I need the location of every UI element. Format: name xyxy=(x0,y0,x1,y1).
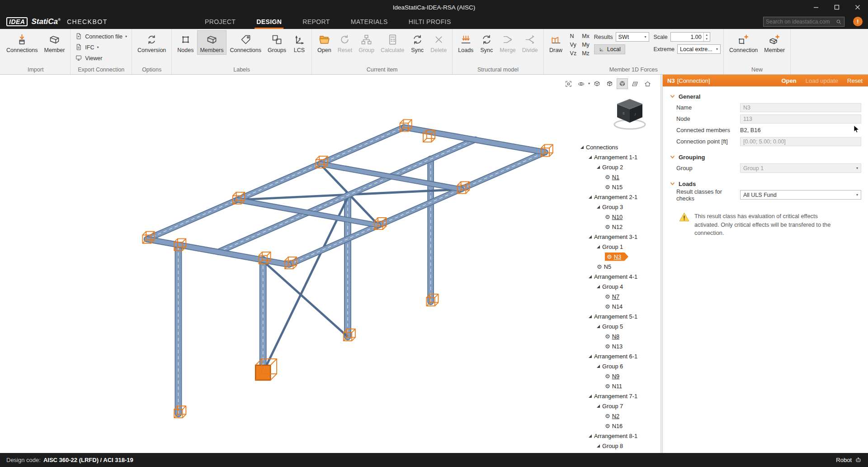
scale-input[interactable]: 1.00▲▼ xyxy=(670,32,710,42)
nav-tab-hilti-profis[interactable]: HILTI PROFIS xyxy=(409,14,451,29)
section-header-loads[interactable]: Loads xyxy=(663,178,868,189)
tree-item-arrangement-7-1[interactable]: Arrangement 7-1 xyxy=(579,391,660,401)
extreme-select[interactable]: Local extre...▾ xyxy=(677,44,721,54)
tree-item-n10[interactable]: ⚙N10 xyxy=(579,212,660,222)
tree-item-n3[interactable]: ⚙N3 xyxy=(579,252,660,262)
expander-icon[interactable] xyxy=(597,365,600,368)
tree-item-n14[interactable]: ⚙N14 xyxy=(579,301,660,311)
tree-item-n16[interactable]: ⚙N16 xyxy=(579,421,660,431)
ribbon-button-member[interactable]: Member xyxy=(42,30,68,55)
tree-item-group-3[interactable]: Group 3 xyxy=(579,202,660,212)
local-toggle[interactable]: Local xyxy=(594,44,625,54)
tree-item-group-2[interactable]: Group 2 xyxy=(579,162,660,172)
expander-icon[interactable] xyxy=(589,195,592,199)
ribbon-button-member[interactable]: Member xyxy=(761,30,788,55)
expander-icon[interactable] xyxy=(597,285,600,288)
nav-tab-design[interactable]: DESIGN xyxy=(256,14,282,29)
navigation-cube[interactable]: S J xyxy=(612,96,651,133)
ribbon-menuitem-connection-file[interactable]: Connection file▾ xyxy=(73,31,129,42)
nav-tab-materials[interactable]: MATERIALS xyxy=(351,14,388,29)
solid-view-button[interactable] xyxy=(617,78,628,89)
force-toggle-vz[interactable]: Vz xyxy=(570,50,577,57)
expander-icon[interactable] xyxy=(589,355,592,358)
tree-item-n15[interactable]: ⚙N15 xyxy=(579,182,660,192)
expander-icon[interactable] xyxy=(589,395,592,398)
expander-icon[interactable] xyxy=(597,405,600,408)
home-view-button[interactable] xyxy=(642,78,653,89)
nav-tab-project[interactable]: PROJECT xyxy=(205,14,236,29)
model-3d-view[interactable] xyxy=(0,75,660,453)
result-classes-for-checks-select[interactable]: All ULS Fund▾ xyxy=(740,190,861,200)
tree-item-arrangement-4-1[interactable]: Arrangement 4-1 xyxy=(579,272,660,281)
expander-icon[interactable] xyxy=(589,434,592,438)
tree-item-n12[interactable]: ⚙N12 xyxy=(579,222,660,232)
tree-item-n2[interactable]: ⚙N2 xyxy=(579,411,660,421)
ribbon-button-connection[interactable]: Connection xyxy=(726,30,760,55)
results-select[interactable]: SWt▾ xyxy=(616,32,649,42)
open-button[interactable]: Open xyxy=(782,77,797,84)
expander-icon[interactable] xyxy=(597,444,600,448)
section-header-general[interactable]: General xyxy=(663,91,868,102)
ribbon-button-lcs[interactable]: LCS xyxy=(290,30,309,55)
tree-item-group-7[interactable]: Group 7 xyxy=(579,401,660,411)
tree-item-arrangement-8-1[interactable]: Arrangement 8-1 xyxy=(579,431,660,441)
ribbon-menuitem-ifc[interactable]: IFC▾ xyxy=(73,42,129,53)
tree-item-group-5[interactable]: Group 5 xyxy=(579,321,660,331)
ribbon-button-groups[interactable]: Groups xyxy=(265,30,289,55)
info-button[interactable]: ! xyxy=(853,17,863,26)
tree-item-group-4[interactable]: Group 4 xyxy=(579,281,660,291)
force-toggle-mx[interactable]: Mx xyxy=(582,33,590,39)
nav-tab-report[interactable]: REPORT xyxy=(302,14,330,29)
model-viewport[interactable]: ▾ S J ConnectionsArrangement 1-1Group 2⚙… xyxy=(0,75,660,453)
expander-icon[interactable] xyxy=(580,146,584,149)
reset-button[interactable]: Reset xyxy=(847,77,863,84)
ribbon-button-open[interactable]: Open xyxy=(315,30,334,55)
search-input[interactable] xyxy=(766,19,836,25)
scale-spin-up[interactable]: ▲ xyxy=(704,33,710,37)
force-toggle-mz[interactable]: Mz xyxy=(582,50,590,57)
axon-view-2-button[interactable] xyxy=(604,78,615,89)
tree-item-n7[interactable]: ⚙N7 xyxy=(579,291,660,301)
orbit-button[interactable] xyxy=(576,78,587,89)
ribbon-button-loads[interactable]: Loads xyxy=(455,30,476,55)
ribbon-menuitem-viewer[interactable]: Viewer xyxy=(73,53,129,64)
chevron-down-icon[interactable]: ▾ xyxy=(588,82,590,86)
ribbon-button-members[interactable]: Members xyxy=(197,30,226,55)
tree-item-n5[interactable]: ⚙N5 xyxy=(579,262,660,272)
ribbon-button-connections[interactable]: Connections xyxy=(227,30,264,55)
section-header-grouping[interactable]: Grouping xyxy=(663,152,868,162)
search-icon[interactable] xyxy=(836,19,842,25)
scale-spin-down[interactable]: ▼ xyxy=(704,37,710,42)
tree-item-arrangement-1-1[interactable]: Arrangement 1-1 xyxy=(579,152,660,162)
expander-icon[interactable] xyxy=(589,156,592,159)
tree-item-arrangement-6-1[interactable]: Arrangement 6-1 xyxy=(579,351,660,361)
tree-item-group-6[interactable]: Group 6 xyxy=(579,361,660,371)
tree-item-n8[interactable]: ⚙N8 xyxy=(579,331,660,341)
expander-icon[interactable] xyxy=(589,275,592,278)
expander-icon[interactable] xyxy=(597,205,600,209)
tree-item-n11[interactable]: ⚙N11 xyxy=(579,381,660,391)
ribbon-button-conversion[interactable]: Conversion xyxy=(135,30,169,55)
expander-icon[interactable] xyxy=(589,235,592,238)
tree-item-arrangement-3-1[interactable]: Arrangement 3-1 xyxy=(579,232,660,242)
ribbon-button-draw[interactable]: Draw xyxy=(547,30,566,55)
ribbon-button-connections[interactable]: Connections xyxy=(4,30,41,55)
tree-item-group-8[interactable]: Group 8 xyxy=(579,441,660,451)
tree-item-n1[interactable]: ⚙N1 xyxy=(579,172,660,182)
tree-item-connections[interactable]: Connections xyxy=(579,142,660,152)
force-toggle-n[interactable]: N xyxy=(570,33,577,39)
tree-item-arrangement-5-1[interactable]: Arrangement 5-1 xyxy=(579,311,660,321)
minimize-button[interactable] xyxy=(806,0,826,14)
tree-item-n13[interactable]: ⚙N13 xyxy=(579,341,660,351)
tree-item-n9[interactable]: ⚙N9 xyxy=(579,371,660,381)
ribbon-button-sync[interactable]: Sync xyxy=(477,30,496,55)
close-button[interactable] xyxy=(847,0,868,14)
tree-item-group-1[interactable]: Group 1 xyxy=(579,242,660,252)
expander-icon[interactable] xyxy=(597,245,600,248)
tree-item-arrangement-2-1[interactable]: Arrangement 2-1 xyxy=(579,192,660,202)
axon-view-1-button[interactable] xyxy=(591,78,603,89)
force-toggle-my[interactable]: My xyxy=(582,42,590,48)
expander-icon[interactable] xyxy=(589,315,592,318)
expander-icon[interactable] xyxy=(597,325,600,328)
zoom-fit-button[interactable] xyxy=(563,78,574,89)
